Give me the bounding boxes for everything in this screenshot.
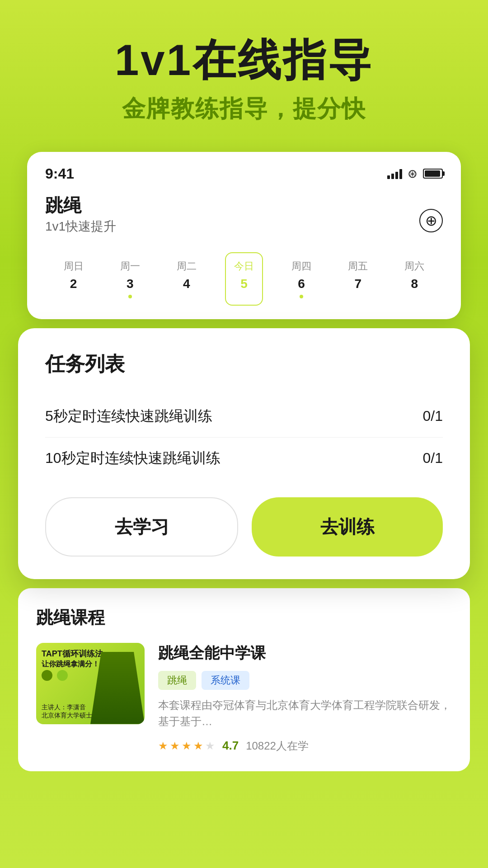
top-header: 1v1在线指导 金牌教练指导，提分快: [0, 0, 488, 152]
day-dot: [72, 295, 75, 298]
star-1: ★: [158, 740, 168, 752]
day-dot: [300, 295, 303, 298]
task-item[interactable]: 5秒定时连续快速跳绳训练 0/1: [45, 396, 443, 438]
task-list: 5秒定时连续快速跳绳训练 0/1 10秒定时连续快速跳绳训练 0/1: [45, 396, 443, 479]
star-2: ★: [170, 740, 180, 752]
plus-icon: ⊕: [425, 212, 437, 229]
task-buttons: 去学习 去训练: [45, 497, 443, 557]
course-tag: 跳绳: [158, 671, 196, 690]
course-rating: ★ ★ ★ ★ ★ 4.7 10822人在学: [158, 739, 452, 753]
star-4: ★: [193, 740, 203, 752]
task-item[interactable]: 10秒定时连续快速跳绳训练 0/1: [45, 438, 443, 479]
task-name: 10秒定时连续快速跳绳训练: [45, 448, 221, 468]
day-number: 4: [183, 277, 190, 291]
task-popup: 任务列表 5秒定时连续快速跳绳训练 0/1 10秒定时连续快速跳绳训练 0/1 …: [18, 328, 470, 579]
task-popup-title: 任务列表: [45, 351, 443, 377]
course-thumbnail: TAPT循环训练法 让你跳绳拿满分！ 主讲人：李潇音 北京体育大学硕士: [36, 643, 145, 724]
signal-icon: [387, 168, 402, 179]
status-icons: ⊛: [387, 167, 443, 181]
day-item[interactable]: 周二 4: [169, 253, 205, 305]
day-label: 周六: [404, 259, 424, 273]
course-card[interactable]: TAPT循环训练法 让你跳绳拿满分！ 主讲人：李潇音 北京体育大学硕士 跳绳全能…: [36, 643, 452, 753]
day-dot: [413, 295, 416, 298]
battery-icon: [423, 169, 443, 179]
day-label: 周五: [348, 259, 368, 273]
app-subtitle: 1v1快速提升: [45, 218, 116, 235]
day-dot: [356, 295, 360, 298]
day-item[interactable]: 周六 8: [396, 253, 432, 305]
sub-title: 金牌教练指导，提分快: [27, 93, 461, 125]
star-5: ★: [205, 740, 215, 752]
day-item[interactable]: 周四 6: [283, 253, 319, 305]
phone-mockup: 9:41 ⊛ 跳绳 1v1快速提升 ⊕ 周日 2: [27, 152, 461, 319]
app-name: 跳绳: [45, 193, 116, 218]
day-label: 今日: [234, 259, 254, 273]
rating-score: 4.7: [222, 739, 239, 753]
day-number: 8: [411, 277, 418, 291]
day-label: 周一: [120, 259, 140, 273]
day-dot: [242, 295, 246, 298]
course-tags: 跳绳系统课: [158, 671, 452, 690]
day-item[interactable]: 周日 2: [56, 253, 92, 305]
day-number: 2: [70, 277, 77, 291]
day-number: 6: [298, 277, 305, 291]
week-calendar: 周日 2 周一 3 周二 4 今日 5 周四 6 周五 7 周六 8: [45, 252, 443, 306]
course-section: 跳绳课程 TAPT循环训练法 让你跳绳拿满分！ 主讲人：李潇音 北京体育大学硕士…: [18, 588, 470, 771]
day-item[interactable]: 周五 7: [340, 253, 376, 305]
day-dot: [128, 295, 132, 298]
day-number: 3: [127, 277, 134, 291]
status-time: 9:41: [45, 165, 74, 182]
main-title: 1v1在线指导: [27, 36, 461, 84]
day-item[interactable]: 周一 3: [112, 253, 148, 305]
course-tag: 系统课: [202, 671, 249, 690]
star-3: ★: [182, 740, 192, 752]
day-label: 周日: [64, 259, 84, 273]
wifi-icon: ⊛: [408, 167, 418, 181]
task-progress: 0/1: [423, 408, 443, 425]
app-title: 跳绳 1v1快速提升: [45, 193, 116, 249]
stars: ★ ★ ★ ★ ★: [158, 740, 215, 752]
course-info: 跳绳全能中学课 跳绳系统课 本套课程由夺冠体育与北京体育大学体育工程学院联合研发…: [158, 643, 452, 753]
day-label: 周二: [177, 259, 197, 273]
day-number: 5: [240, 277, 248, 291]
student-count: 10822人在学: [246, 739, 309, 753]
course-name: 跳绳全能中学课: [158, 643, 452, 664]
status-bar: 9:41 ⊛: [45, 165, 443, 182]
add-button[interactable]: ⊕: [419, 209, 443, 232]
instructor-text: 主讲人：李潇音 北京体育大学硕士: [42, 703, 92, 720]
day-label: 周四: [291, 259, 311, 273]
course-section-title: 跳绳课程: [36, 606, 452, 629]
course-desc: 本套课程由夺冠体育与北京体育大学体育工程学院联合研发，基于基于…: [158, 697, 452, 730]
app-header: 跳绳 1v1快速提升 ⊕: [45, 193, 443, 249]
day-number: 7: [354, 277, 361, 291]
task-progress: 0/1: [423, 450, 443, 467]
study-button[interactable]: 去学习: [45, 497, 238, 557]
day-dot: [185, 295, 188, 298]
day-item[interactable]: 今日 5: [225, 252, 263, 306]
train-button[interactable]: 去训练: [252, 497, 443, 557]
task-name: 5秒定时连续快速跳绳训练: [45, 406, 212, 426]
